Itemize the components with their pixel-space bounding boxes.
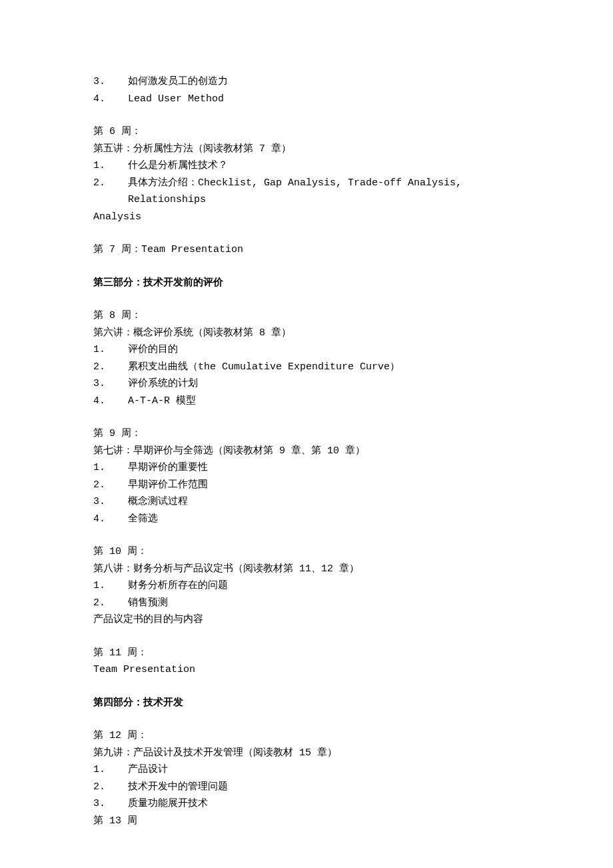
list-item: 2. 具体方法介绍：Checklist, Gap Analysis, Trade…: [93, 175, 520, 209]
list-number: 2.: [93, 175, 128, 209]
list-text: Lead User Method: [128, 91, 224, 108]
list-item: 4. Lead User Method: [93, 91, 520, 108]
list-number: 4.: [93, 393, 128, 410]
list-item: 2. 累积支出曲线（the Cumulative Expenditure Cur…: [93, 359, 520, 376]
lecture-title: 第七讲：早期评价与全筛选（阅读教材第 9 章、第 10 章）: [93, 443, 520, 460]
list-number: 4.: [93, 91, 128, 108]
week-heading: 第 11 周：: [93, 645, 520, 662]
list-number: 2.: [93, 779, 128, 796]
lecture-title: 第九讲：产品设计及技术开发管理（阅读教材 15 章）: [93, 745, 520, 762]
list-item: 3. 评价系统的计划: [93, 375, 520, 393]
lecture-title: 第八讲：财务分析与产品议定书（阅读教材第 11、12 章）: [93, 561, 520, 578]
list-number: 1.: [93, 157, 128, 175]
list-item: 2. 技术开发中的管理问题: [93, 779, 520, 796]
list-number: 2.: [93, 595, 128, 612]
lecture-title: 第六讲：概念评价系统（阅读教材第 8 章）: [93, 325, 520, 342]
list-text: 评价系统的计划: [128, 375, 198, 393]
body-text: Team Presentation: [93, 661, 520, 679]
list-number: 1.: [93, 761, 128, 779]
list-text: 销售预测: [128, 595, 168, 612]
list-item: 1. 评价的目的: [93, 341, 520, 359]
list-number: 4.: [93, 511, 128, 528]
list-text: 全筛选: [128, 511, 158, 528]
list-number: 2.: [93, 477, 128, 494]
list-item: 3. 质量功能展开技术: [93, 795, 520, 813]
section-title: 第三部分：技术开发前的评价: [93, 275, 520, 292]
list-item: 1. 什么是分析属性技术？: [93, 157, 520, 175]
list-text: 累积支出曲线（the Cumulative Expenditure Curve）: [128, 359, 400, 376]
list-text: A-T-A-R 模型: [128, 393, 196, 410]
list-item: 3. 如何激发员工的创造力: [93, 73, 520, 91]
list-item: 2. 早期评价工作范围: [93, 477, 520, 494]
week-heading: 第 6 周：: [93, 123, 520, 141]
list-number: 3.: [93, 795, 128, 813]
list-number: 3.: [93, 375, 128, 393]
list-text: 什么是分析属性技术？: [128, 157, 228, 175]
week-heading: 第 13 周: [93, 813, 520, 830]
list-item: 3. 概念测试过程: [93, 493, 520, 511]
week-heading: 第 8 周：: [93, 307, 520, 325]
week-heading: 第 7 周：Team Presentation: [93, 241, 520, 259]
list-number: 3.: [93, 493, 128, 511]
list-text: 早期评价工作范围: [128, 477, 208, 494]
list-number: 1.: [93, 459, 128, 477]
list-text: 质量功能展开技术: [128, 795, 208, 813]
list-text: 如何激发员工的创造力: [128, 73, 228, 91]
list-number: 1.: [93, 341, 128, 359]
list-item: 4. A-T-A-R 模型: [93, 393, 520, 410]
list-text: 财务分析所存在的问题: [128, 577, 228, 595]
list-number: 2.: [93, 359, 128, 376]
list-item: 2. 销售预测: [93, 595, 520, 612]
list-item: 1. 早期评价的重要性: [93, 459, 520, 477]
list-text: 产品设计: [128, 761, 168, 779]
list-number: 1.: [93, 577, 128, 595]
week-heading: 第 10 周：: [93, 543, 520, 561]
week-heading: 第 12 周：: [93, 727, 520, 745]
list-item: 1. 财务分析所存在的问题: [93, 577, 520, 595]
list-text: 概念测试过程: [128, 493, 188, 511]
lecture-title: 第五讲：分析属性方法（阅读教材第 7 章）: [93, 141, 520, 158]
section-title: 第四部分：技术开发: [93, 695, 520, 712]
list-text: 评价的目的: [128, 341, 178, 359]
body-text: 产品议定书的目的与内容: [93, 611, 520, 629]
list-item: 1. 产品设计: [93, 761, 520, 779]
continuation-text: Analysis: [93, 209, 520, 226]
list-text: 技术开发中的管理问题: [128, 779, 228, 796]
list-text: 具体方法介绍：Checklist, Gap Analysis, Trade-of…: [128, 175, 520, 209]
list-item: 4. 全筛选: [93, 511, 520, 528]
list-text: 早期评价的重要性: [128, 459, 208, 477]
list-number: 3.: [93, 73, 128, 91]
week-heading: 第 9 周：: [93, 425, 520, 443]
